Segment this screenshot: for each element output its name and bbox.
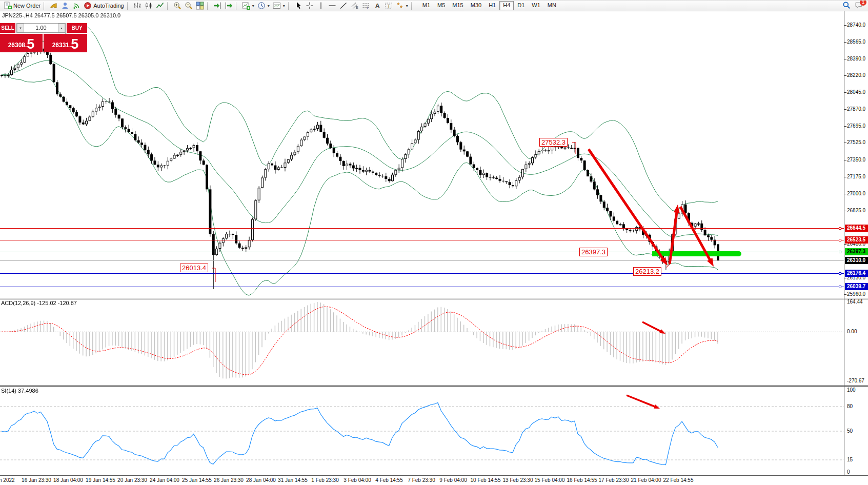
indicator-axis-label: 15: [847, 457, 853, 462]
candlestick-chart-icon: [145, 2, 153, 10]
text-button[interactable]: A: [372, 1, 383, 11]
text-icon: A: [373, 2, 381, 10]
zoom-out-button[interactable]: [183, 1, 194, 11]
price-annotation-label[interactable]: 27532.3: [539, 138, 568, 147]
buy-price-box[interactable]: 26331.5: [44, 34, 87, 52]
time-axis-label: 22 Feb 14:55: [663, 477, 694, 483]
price-axis[interactable]: 28740.028565.028390.028220.028045.027870…: [844, 11, 868, 475]
horizontal-level-line[interactable]: [0, 228, 844, 229]
vertical-line-button[interactable]: [315, 1, 327, 11]
tf-button-m5[interactable]: M5: [434, 1, 449, 10]
chevron-down-icon: ▾: [268, 4, 270, 8]
volume-value[interactable]: 1.00: [24, 24, 58, 32]
line-chart-icon: [156, 2, 164, 10]
channel-icon: E: [351, 2, 359, 10]
volume-down-button[interactable]: ▾: [17, 24, 24, 32]
rsi-pane-canvas[interactable]: [0, 387, 844, 475]
fibonacci-button[interactable]: F: [360, 1, 372, 11]
level-line-anchor[interactable]: [839, 227, 841, 230]
toolbar-separator: [236, 2, 239, 10]
chat-button[interactable]: 1: [855, 1, 863, 10]
one-click-trade-panel: SELL ▾ 1.00 ▴ BUY 26308.5 26331.5: [0, 23, 87, 52]
price-annotation-label[interactable]: 26213.2: [633, 267, 661, 276]
rsi-pane-separator[interactable]: [0, 385, 868, 386]
alerts-button[interactable]: [48, 1, 59, 11]
search-icon[interactable]: [842, 1, 851, 10]
period-button[interactable]: ▾: [256, 1, 271, 11]
tile-windows-button[interactable]: [194, 1, 206, 11]
tf-button-h4[interactable]: H4: [499, 1, 514, 10]
chart-shift-button[interactable]: [223, 1, 234, 11]
channel-button[interactable]: E: [349, 1, 360, 11]
autotrading-button[interactable]: AutoTrading: [82, 1, 126, 11]
tf-button-m15[interactable]: M15: [449, 1, 467, 10]
trendline-button[interactable]: [338, 1, 349, 11]
shapes-button[interactable]: ▾: [394, 1, 410, 11]
macd-pane-separator[interactable]: [0, 298, 868, 298]
auto-scroll-button[interactable]: [212, 1, 223, 11]
new-order-button[interactable]: New Order: [2, 1, 42, 11]
sell-price-box[interactable]: 26308.5: [0, 34, 43, 52]
tf-button-mn[interactable]: MN: [544, 1, 560, 10]
zoom-out-icon: [185, 2, 193, 10]
level-line-anchor[interactable]: [839, 251, 841, 253]
support-zone-bar[interactable]: [652, 251, 741, 256]
price-level-tag: 26397.3: [845, 248, 868, 255]
axis-tick-mark: [844, 177, 846, 177]
new-chart-button[interactable]: ▾: [240, 1, 256, 11]
chart-area: JPN225-,H4 26477.5 26507.5 26305.0 26310…: [0, 11, 868, 485]
time-axis-label: 25 Jan 14:55: [182, 477, 212, 483]
cursor-button[interactable]: [293, 1, 304, 11]
price-axis-label: 27175.0: [847, 174, 865, 179]
community-button[interactable]: [59, 1, 71, 11]
buy-price-big-digit: 5: [71, 37, 78, 51]
price-axis-label: 27870.0: [847, 106, 865, 112]
horizontal-level-line[interactable]: [0, 273, 844, 274]
time-axis-label: 3 Feb 04:00: [344, 477, 371, 483]
horizontal-level-line[interactable]: [0, 287, 844, 287]
horizontal-level-line[interactable]: [0, 240, 844, 240]
zoom-in-button[interactable]: [172, 1, 183, 11]
macd-pane-canvas[interactable]: [0, 299, 844, 385]
crosshair-icon: [306, 2, 314, 10]
time-axis-label: 18 Jan 04:00: [53, 477, 83, 483]
period-icon: [257, 2, 266, 10]
level-line-anchor[interactable]: [839, 272, 841, 275]
crosshair-button[interactable]: [304, 1, 315, 11]
sell-button[interactable]: SELL: [0, 23, 15, 33]
horizontal-level-line[interactable]: [0, 260, 844, 261]
line-chart-button[interactable]: [154, 1, 166, 11]
chevron-down-icon: ▾: [283, 4, 285, 8]
price-level-tag: 26644.5: [845, 225, 868, 232]
fibo-icon: F: [362, 2, 370, 10]
templates-button[interactable]: ▾: [271, 1, 287, 11]
time-axis-label: 31 Jan 14:55: [278, 477, 308, 483]
price-annotation-label[interactable]: 26013.4: [180, 264, 208, 272]
tf-button-m30[interactable]: M30: [467, 1, 485, 10]
tf-button-m1[interactable]: M1: [419, 1, 434, 10]
volume-up-button[interactable]: ▴: [58, 24, 65, 32]
tf-button-d1[interactable]: D1: [514, 1, 528, 10]
time-axis[interactable]: Jan 202216 Jan 23:3018 Jan 04:0019 Jan 1…: [0, 476, 868, 485]
text-label-button[interactable]: T: [383, 1, 394, 11]
time-axis-label: 16 Jan 23:30: [22, 477, 51, 483]
buy-button[interactable]: BUY: [67, 23, 87, 33]
time-axis-label: 1 Feb 23:30: [311, 477, 338, 483]
price-level-tag: 26523.5: [845, 236, 868, 244]
level-line-anchor[interactable]: [839, 286, 841, 288]
signals-button[interactable]: [71, 1, 82, 11]
tf-button-h1[interactable]: H1: [485, 1, 499, 10]
time-axis-label: 9 Feb 04:00: [439, 477, 467, 483]
signals-icon: [72, 2, 80, 10]
tf-button-w1[interactable]: W1: [528, 1, 544, 10]
bar-chart-button[interactable]: [132, 1, 143, 11]
time-axis-label: 26 Jan 23:30: [214, 477, 244, 483]
svg-text:T: T: [387, 4, 390, 9]
time-axis-label: 7 Feb 23:30: [408, 477, 435, 483]
candlestick-chart-button[interactable]: [143, 1, 154, 11]
time-axis-label: 24 Jan 04:00: [150, 477, 179, 483]
macd-pane-separator-inner: [0, 299, 868, 299]
price-annotation-label[interactable]: 26397.3: [579, 248, 608, 256]
horizontal-line-button[interactable]: [327, 1, 338, 11]
level-line-anchor[interactable]: [839, 239, 841, 241]
